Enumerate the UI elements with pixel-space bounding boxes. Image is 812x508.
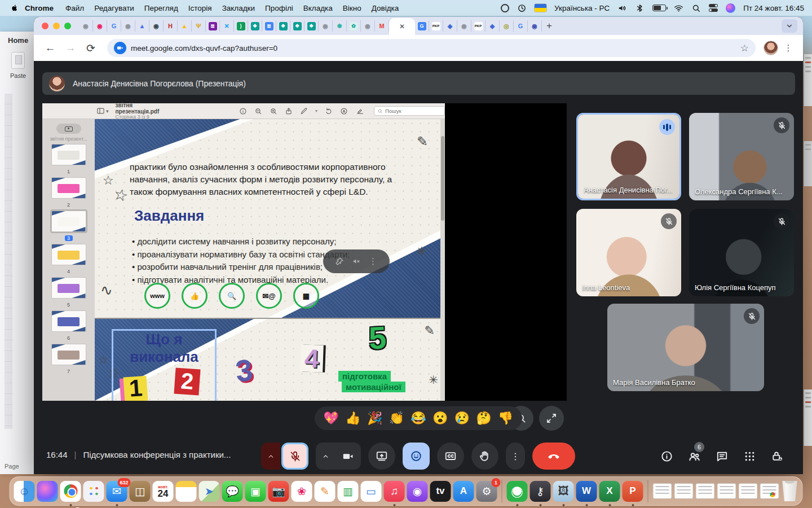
word-home-tab[interactable]: Home	[8, 36, 28, 45]
control-center-icon[interactable]	[709, 4, 718, 12]
wifi-icon[interactable]	[674, 3, 683, 13]
browser-tab[interactable]: G	[514, 20, 528, 32]
present-screen-button[interactable]	[368, 443, 395, 470]
dock-minimized-window[interactable]	[696, 483, 715, 499]
menu-item-Редагувати[interactable]: Редагувати	[89, 4, 139, 12]
raise-hand-button[interactable]	[471, 443, 498, 470]
dock-app-store-icon[interactable]: A	[453, 481, 474, 502]
menu-item-Довідка[interactable]: Довідка	[367, 4, 404, 12]
dock-launchpad-icon[interactable]	[83, 481, 104, 502]
dock-photo-booth-icon[interactable]: 📷	[268, 481, 289, 502]
dock-mail-icon[interactable]: ✉632	[107, 481, 127, 502]
reaction-emoji-button[interactable]: 😢	[454, 412, 470, 424]
browser-tab[interactable]: H	[164, 20, 178, 32]
apple-menu-icon[interactable]	[10, 3, 19, 12]
browser-tab[interactable]: ✕	[220, 20, 234, 32]
dock-powerpoint-icon[interactable]: P	[623, 481, 643, 502]
meeting-details-icon[interactable]	[660, 450, 673, 463]
siri-icon[interactable]	[726, 3, 735, 13]
pdf-annotate-icon[interactable]	[340, 107, 348, 115]
dock-minimized-window[interactable]	[717, 483, 736, 499]
profile-avatar[interactable]	[764, 41, 778, 55]
browser-tab[interactable]: ◉	[79, 20, 93, 32]
dock-apple-tv-icon[interactable]: tv	[430, 481, 451, 502]
dock-minimized-window[interactable]	[653, 483, 672, 499]
minimize-window-button[interactable]	[53, 23, 60, 29]
reaction-emoji-button[interactable]: 😂	[411, 412, 426, 424]
pdf-rotate-icon[interactable]	[325, 107, 333, 115]
pdf-thumbnail-1[interactable]: 1	[51, 144, 86, 176]
pdf-sidebar-toggle[interactable]: ▾	[96, 107, 109, 115]
dock-calendar-icon[interactable]: жовт.24	[153, 481, 174, 502]
reaction-emoji-button[interactable]: 👏	[389, 412, 404, 424]
time-machine-icon[interactable]	[517, 3, 527, 13]
reaction-emoji-button[interactable]: 👍	[345, 412, 360, 424]
pdf-search-input[interactable]	[385, 108, 442, 114]
close-tab-icon[interactable]: ✕	[399, 23, 405, 30]
browser-tab[interactable]: ❖	[276, 20, 290, 32]
close-window-button[interactable]	[42, 23, 48, 29]
browser-tab[interactable]: ❖	[290, 20, 304, 32]
browser-tab[interactable]: ❖	[248, 20, 262, 32]
pdf-zoom-in-icon[interactable]	[270, 107, 277, 115]
pdf-thumbnail-6[interactable]: 6	[51, 310, 86, 342]
participant-tile[interactable]: Inna Leontieva	[576, 209, 681, 296]
participant-tile[interactable]: Олександра Сергіївна К...	[689, 113, 794, 200]
camera-options-chevron[interactable]	[316, 443, 335, 470]
browser-tab[interactable]: PKP	[471, 20, 486, 32]
browser-tab[interactable]: ≣	[206, 20, 220, 32]
dock-podcasts-icon[interactable]: ◉	[407, 481, 428, 502]
pdf-info-icon[interactable]	[239, 107, 247, 115]
dock-chrome-icon[interactable]	[60, 481, 81, 502]
menu-item-Перегляд[interactable]: Перегляд	[139, 4, 183, 12]
reaction-emoji-button[interactable]: 😮	[433, 412, 448, 424]
dock-facetime-icon[interactable]: ▣	[245, 481, 266, 502]
menu-bar-clock[interactable]: Пт 24 жовт. 16:45	[743, 4, 804, 12]
dock-music-icon[interactable]: ♫	[384, 481, 405, 502]
camera-button[interactable]	[335, 443, 361, 470]
browser-tab[interactable]: ❖	[304, 20, 319, 32]
reaction-emoji-button[interactable]: 🤔	[476, 412, 491, 424]
pdf-scrollbar[interactable]	[440, 119, 445, 401]
dock-maps-icon[interactable]: ➤	[199, 481, 220, 502]
menu-item-Файл[interactable]: Файл	[60, 4, 89, 12]
active-tab[interactable]: ✕	[389, 18, 415, 35]
dock-image-capture-icon[interactable]: 🖼	[553, 481, 574, 502]
pin-icon[interactable]	[335, 257, 344, 266]
more-options-button[interactable]: ⋮	[506, 443, 525, 470]
browser-tab[interactable]: )	[234, 20, 248, 32]
bookmark-star-icon[interactable]: ☆	[740, 42, 749, 54]
browser-tab[interactable]: ◉	[121, 20, 135, 32]
reaction-emoji-button[interactable]: 💖	[324, 412, 339, 424]
dock-finder-icon[interactable]	[14, 481, 35, 502]
dock-word-icon[interactable]: W	[576, 481, 597, 502]
volume-icon[interactable]	[617, 3, 627, 13]
input-language-flag-icon[interactable]	[535, 4, 546, 12]
bluetooth-icon[interactable]	[635, 3, 645, 13]
browser-tab[interactable]: ◉	[93, 20, 107, 32]
url-bar[interactable]: meet.google.com/dxs-quvf-cap?authuser=0 …	[107, 39, 756, 57]
dock-numbers-icon[interactable]: ▥	[338, 481, 359, 502]
browser-tab[interactable]: ▲	[135, 20, 149, 32]
maximize-window-button[interactable]	[64, 23, 71, 29]
paste-label[interactable]: Paste	[10, 72, 26, 79]
chat-button[interactable]	[716, 450, 729, 463]
reload-button[interactable]: ⟳	[82, 40, 99, 56]
forward-button[interactable]: →	[62, 40, 79, 56]
dock-system-settings-icon[interactable]: ⚙1	[476, 481, 497, 502]
participant-tile[interactable]: Юлія Сергіївна Коцепуп	[689, 209, 794, 296]
microphone-muted-button[interactable]	[281, 443, 308, 470]
url-text[interactable]: meet.google.com/dxs-quvf-cap?authuser=0	[131, 44, 277, 52]
dock-excel-icon[interactable]: X	[599, 481, 620, 502]
browser-tab[interactable]: PKP	[429, 20, 443, 32]
paste-icon[interactable]	[11, 52, 25, 69]
mic-options-chevron[interactable]	[261, 443, 280, 470]
spotlight-icon[interactable]	[691, 3, 701, 13]
menu-app-name[interactable]: Chrome	[25, 4, 54, 12]
dock-minimized-window[interactable]	[760, 483, 779, 499]
menu-item-Історія[interactable]: Історія	[183, 4, 217, 12]
browser-tab[interactable]: G	[107, 20, 121, 32]
pdf-thumbnail-4[interactable]: 4	[51, 244, 86, 275]
back-button[interactable]: ←	[42, 40, 59, 56]
pdf-search-box[interactable]	[374, 106, 445, 116]
